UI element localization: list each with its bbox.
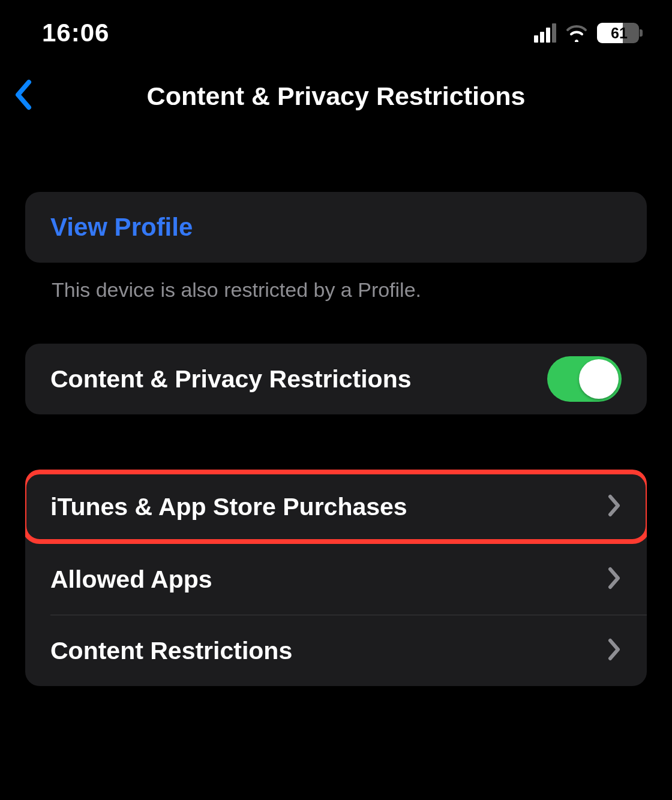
toggle-knob (579, 359, 619, 399)
itunes-purchases-label: iTunes & App Store Purchases (50, 493, 407, 521)
restrictions-toggle[interactable] (547, 356, 622, 402)
allowed-apps-label: Allowed Apps (50, 566, 212, 594)
items-group: iTunes & App Store Purchases Allowed App… (25, 470, 647, 686)
chevron-left-icon (13, 79, 35, 111)
profile-footer-text: This device is also restricted by a Prof… (25, 263, 647, 302)
navigation-bar: Content & Privacy Restrictions (0, 60, 672, 132)
content-restrictions-label: Content Restrictions (50, 637, 292, 665)
view-profile-label: View Profile (50, 213, 193, 242)
wifi-icon (565, 24, 589, 42)
restrictions-toggle-row: Content & Privacy Restrictions (25, 344, 647, 414)
restrictions-toggle-label: Content & Privacy Restrictions (50, 365, 412, 393)
allowed-apps-row[interactable]: Allowed Apps (25, 544, 647, 615)
battery-indicator: 61 (597, 23, 639, 43)
chevron-right-icon (607, 567, 622, 592)
highlight-itunes: iTunes & App Store Purchases (25, 470, 647, 544)
view-profile-row[interactable]: View Profile (25, 192, 647, 263)
itunes-purchases-row[interactable]: iTunes & App Store Purchases (26, 474, 646, 539)
content-restrictions-row[interactable]: Content Restrictions (25, 615, 647, 686)
profile-group: View Profile (25, 192, 647, 263)
back-button[interactable] (13, 79, 35, 113)
chevron-right-icon (607, 638, 622, 663)
toggle-group: Content & Privacy Restrictions (25, 344, 647, 414)
chevron-right-icon (607, 494, 622, 519)
page-title: Content & Privacy Restrictions (12, 82, 660, 111)
cellular-signal-icon (534, 23, 556, 43)
status-time: 16:06 (42, 19, 109, 47)
status-bar: 16:06 61 (0, 0, 672, 60)
battery-percent: 61 (597, 25, 639, 42)
status-indicators: 61 (534, 23, 639, 43)
